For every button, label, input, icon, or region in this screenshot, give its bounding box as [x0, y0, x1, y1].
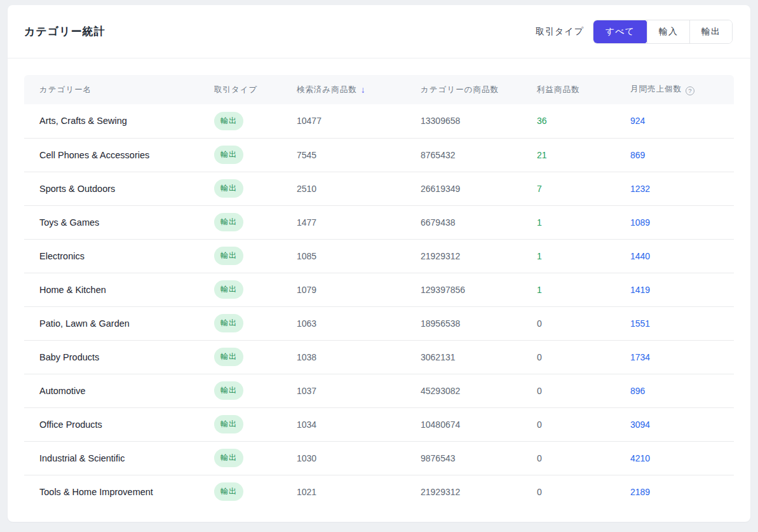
- filter-label: 取引タイプ: [536, 26, 584, 38]
- category-products-count: 3062131: [421, 340, 537, 374]
- profit-products-count: 0: [537, 352, 542, 362]
- searched-products-count: 1085: [297, 239, 421, 273]
- category-name: Toys & Games: [24, 205, 214, 239]
- trade-type-badge: 輸出: [214, 112, 243, 130]
- table-row: Toys & Games 輸出 1477 6679438 1 1089: [24, 205, 734, 239]
- filter-option-import[interactable]: 輸入: [647, 20, 689, 43]
- table-row: Electronics 輸出 1085 21929312 1 1440: [24, 239, 734, 273]
- category-products-count: 10480674: [421, 407, 537, 441]
- profit-products-count[interactable]: 1: [537, 251, 542, 261]
- category-name: Patio, Lawn & Garden: [24, 306, 214, 340]
- trade-type-badge: 輸出: [214, 449, 243, 467]
- category-products-count: 6679438: [421, 205, 537, 239]
- filter-option-all[interactable]: すべて: [593, 20, 647, 44]
- trade-type-badge: 輸出: [214, 179, 243, 198]
- col-profit-products: 利益商品数: [537, 75, 630, 104]
- table-body: Arts, Crafts & Sewing 輸出 10477 13309658 …: [24, 104, 734, 508]
- searched-products-count: 1477: [297, 205, 421, 239]
- table-row: Sports & Outdoors 輸出 2510 26619349 7 123…: [24, 172, 734, 205]
- category-products-count: 13309658: [421, 104, 537, 138]
- category-name: Electronics: [24, 239, 214, 273]
- col-monthly-sales: 月間売上個数?: [630, 75, 734, 104]
- sort-desc-icon[interactable]: ↓: [361, 85, 366, 95]
- profit-products-count[interactable]: 1: [537, 285, 542, 295]
- searched-products-count: 1030: [297, 441, 421, 475]
- monthly-sales-count[interactable]: 1419: [630, 285, 650, 295]
- monthly-sales-count[interactable]: 1232: [630, 184, 650, 194]
- profit-products-count[interactable]: 7: [537, 184, 542, 194]
- category-name: Office Products: [24, 407, 214, 441]
- searched-products-count: 1034: [297, 407, 421, 441]
- monthly-sales-count[interactable]: 2189: [630, 487, 650, 497]
- searched-products-count: 1038: [297, 340, 421, 374]
- searched-products-count: 1037: [297, 374, 421, 407]
- profit-products-count[interactable]: 1: [537, 217, 542, 228]
- table-header-row: カテゴリー名 取引タイプ 検索済み商品数↓ カテゴリーの商品数 利益商品数: [24, 75, 734, 104]
- category-name: Home & Kitchen: [24, 273, 214, 306]
- category-products-count: 129397856: [421, 273, 537, 306]
- col-searched-products[interactable]: 検索済み商品数↓: [297, 75, 421, 104]
- category-products-count: 9876543: [421, 441, 537, 475]
- trade-type-badge: 輸出: [214, 482, 243, 501]
- profit-products-count: 0: [537, 318, 542, 329]
- table-row: Automotive 輸出 1037 45293082 0 896: [24, 374, 734, 407]
- trade-type-badge: 輸出: [214, 247, 243, 265]
- monthly-sales-count[interactable]: 1089: [630, 217, 650, 228]
- filter-option-export[interactable]: 輸出: [689, 20, 732, 43]
- trade-type-filter: 取引タイプ すべて 輸入 輸出: [536, 20, 733, 44]
- category-stats-card: カテゴリー統計 取引タイプ すべて 輸入 輸出 カテゴリー名: [8, 5, 750, 522]
- trade-type-badge: 輸出: [214, 381, 243, 400]
- monthly-sales-count[interactable]: 924: [630, 116, 645, 126]
- category-name: Cell Phones & Accessories: [24, 138, 214, 172]
- trade-type-badge: 輸出: [214, 348, 243, 366]
- help-icon[interactable]: ?: [686, 86, 694, 95]
- profit-products-count[interactable]: 21: [537, 150, 547, 160]
- trade-type-badge: 輸出: [214, 213, 243, 231]
- category-stats-table-wrap: カテゴリー名 取引タイプ 検索済み商品数↓ カテゴリーの商品数 利益商品数: [8, 58, 750, 508]
- monthly-sales-count[interactable]: 1440: [630, 251, 650, 261]
- category-name: Baby Products: [24, 340, 214, 374]
- monthly-sales-count[interactable]: 4210: [630, 453, 650, 463]
- trade-type-segmented-control: すべて 輸入 輸出: [593, 20, 733, 44]
- profit-products-count: 0: [537, 487, 542, 497]
- trade-type-badge: 輸出: [214, 280, 243, 299]
- category-products-count: 21929312: [421, 475, 537, 508]
- table-row: Arts, Crafts & Sewing 輸出 10477 13309658 …: [24, 104, 734, 138]
- col-category-products: カテゴリーの商品数: [421, 75, 537, 104]
- monthly-sales-count[interactable]: 1734: [630, 352, 650, 362]
- searched-products-count: 1021: [297, 475, 421, 508]
- category-name: Tools & Home Improvement: [24, 475, 214, 508]
- monthly-sales-count[interactable]: 896: [630, 386, 645, 396]
- table-row: Home & Kitchen 輸出 1079 129397856 1 1419: [24, 273, 734, 306]
- table-row: Office Products 輸出 1034 10480674 0 3094: [24, 407, 734, 441]
- table-row: Cell Phones & Accessories 輸出 7545 876543…: [24, 138, 734, 172]
- searched-products-count: 1063: [297, 306, 421, 340]
- profit-products-count[interactable]: 36: [537, 116, 547, 126]
- trade-type-badge: 輸出: [214, 314, 243, 332]
- category-name: Industrial & Scientific: [24, 441, 214, 475]
- category-name: Arts, Crafts & Sewing: [24, 104, 214, 138]
- monthly-sales-count[interactable]: 869: [630, 150, 645, 160]
- searched-products-count: 10477: [297, 104, 421, 138]
- monthly-sales-count[interactable]: 3094: [630, 419, 650, 430]
- searched-products-count: 1079: [297, 273, 421, 306]
- trade-type-badge: 輸出: [214, 146, 243, 164]
- table-row: Tools & Home Improvement 輸出 1021 2192931…: [24, 475, 734, 508]
- table-row: Baby Products 輸出 1038 3062131 0 1734: [24, 340, 734, 374]
- category-stats-table: カテゴリー名 取引タイプ 検索済み商品数↓ カテゴリーの商品数 利益商品数: [24, 75, 734, 508]
- table-row: Industrial & Scientific 輸出 1030 9876543 …: [24, 441, 734, 475]
- profit-products-count: 0: [537, 386, 542, 396]
- trade-type-badge: 輸出: [214, 415, 243, 433]
- searched-products-count: 2510: [297, 172, 421, 205]
- page-title: カテゴリー統計: [24, 24, 105, 39]
- category-products-count: 21929312: [421, 239, 537, 273]
- col-category-name: カテゴリー名: [24, 75, 214, 104]
- monthly-sales-count[interactable]: 1551: [630, 318, 650, 329]
- category-products-count: 45293082: [421, 374, 537, 407]
- category-products-count: 18956538: [421, 306, 537, 340]
- profit-products-count: 0: [537, 419, 542, 430]
- category-products-count: 8765432: [421, 138, 537, 172]
- table-row: Patio, Lawn & Garden 輸出 1063 18956538 0 …: [24, 306, 734, 340]
- profit-products-count: 0: [537, 453, 542, 463]
- searched-products-count: 7545: [297, 138, 421, 172]
